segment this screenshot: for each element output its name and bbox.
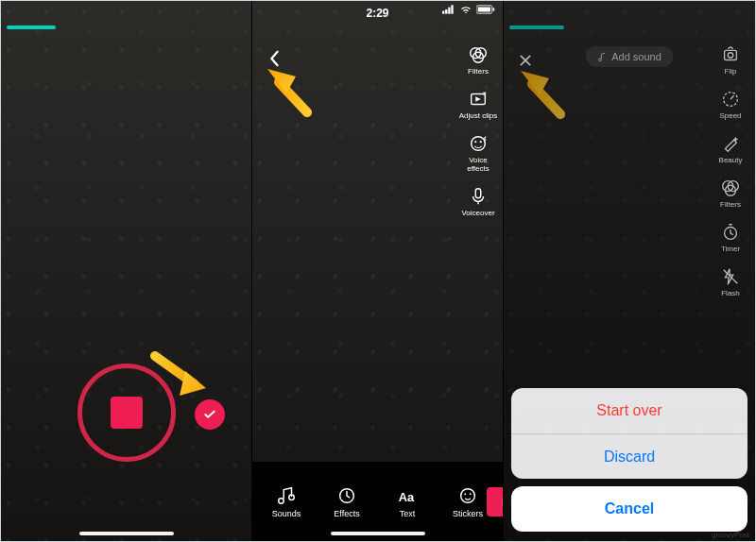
sheet-label: Start over xyxy=(596,402,662,419)
svg-point-19 xyxy=(464,493,466,495)
svg-rect-0 xyxy=(442,11,444,14)
record-button[interactable] xyxy=(77,364,176,462)
sheet-label: Cancel xyxy=(605,500,654,517)
svg-rect-14 xyxy=(475,189,481,198)
svg-rect-2 xyxy=(448,8,450,14)
effects-icon xyxy=(336,485,357,506)
svg-rect-6 xyxy=(493,8,495,10)
chevron-left-icon xyxy=(267,50,281,67)
svg-point-12 xyxy=(474,141,476,143)
text-icon: Aa xyxy=(397,485,418,506)
status-time: 2:29 xyxy=(366,7,388,20)
tool-label: Adjust clips xyxy=(459,111,497,120)
next-button[interactable]: Next xyxy=(487,487,504,517)
edit-tool-column: Filters Adjust clips Voice effects Voice… xyxy=(457,44,499,217)
home-indicator xyxy=(79,532,174,535)
svg-rect-3 xyxy=(451,5,453,13)
svg-rect-5 xyxy=(478,8,490,12)
pane-discard: Add sound Flip Speed Beauty Filters xyxy=(504,1,755,541)
tool-adjust-clips[interactable]: Adjust clips xyxy=(457,89,499,120)
tool-voice-effects[interactable]: Voice effects xyxy=(457,133,499,173)
confirm-button[interactable] xyxy=(195,399,225,430)
pane-edit: 2:29 Filters Adjust clips xyxy=(252,1,504,541)
home-indicator xyxy=(331,532,425,535)
bt-label: Effects xyxy=(334,509,359,518)
tool-label: Voiceover xyxy=(461,209,494,217)
watermark: groovyPost xyxy=(712,531,749,539)
action-sheet-options: Start over Discard xyxy=(511,388,747,479)
voice-effects-icon xyxy=(468,133,489,154)
action-start-over[interactable]: Start over xyxy=(511,388,747,433)
bottom-toolbar: Sounds Effects Aa Text Stickers Next xyxy=(252,462,503,541)
action-sheet-cancel-group: Cancel xyxy=(511,486,747,532)
battery-icon xyxy=(476,5,495,14)
bottom-sounds[interactable]: Sounds xyxy=(267,485,305,518)
svg-point-20 xyxy=(470,493,472,495)
svg-text:Aa: Aa xyxy=(399,489,415,503)
stickers-icon xyxy=(457,485,478,506)
bt-label: Text xyxy=(400,509,416,518)
tool-label: Voice effects xyxy=(467,156,489,173)
svg-point-18 xyxy=(461,488,475,502)
svg-point-13 xyxy=(480,141,482,143)
three-pane-collage: 2:29 Filters Adjust clips xyxy=(0,0,756,542)
tool-label: Filters xyxy=(468,67,489,76)
tool-filters[interactable]: Filters xyxy=(457,44,499,76)
adjust-clips-icon xyxy=(468,89,489,110)
svg-rect-1 xyxy=(445,9,447,14)
callout-arrow xyxy=(264,65,315,118)
sheet-label: Discard xyxy=(604,449,655,466)
bottom-effects[interactable]: Effects xyxy=(328,485,366,518)
filters-icon xyxy=(468,44,489,65)
action-discard[interactable]: Discard xyxy=(511,433,747,479)
signal-icon xyxy=(442,5,455,14)
bt-label: Stickers xyxy=(453,509,483,518)
bottom-text[interactable]: Aa Text xyxy=(388,485,426,518)
tool-voiceover[interactable]: Voiceover xyxy=(457,186,499,217)
record-progress xyxy=(7,25,56,29)
pane-recording xyxy=(1,1,252,541)
action-sheet: Start over Discard Cancel xyxy=(511,388,747,532)
wifi-icon xyxy=(459,5,472,14)
back-button[interactable] xyxy=(262,46,286,71)
bottom-stickers[interactable]: Stickers xyxy=(449,485,487,518)
microphone-icon xyxy=(468,186,489,207)
check-icon xyxy=(202,407,217,422)
music-note-icon xyxy=(276,485,297,506)
bt-label: Sounds xyxy=(272,509,301,518)
stop-icon xyxy=(111,397,143,429)
status-right xyxy=(442,5,495,14)
action-cancel[interactable]: Cancel xyxy=(511,486,747,532)
